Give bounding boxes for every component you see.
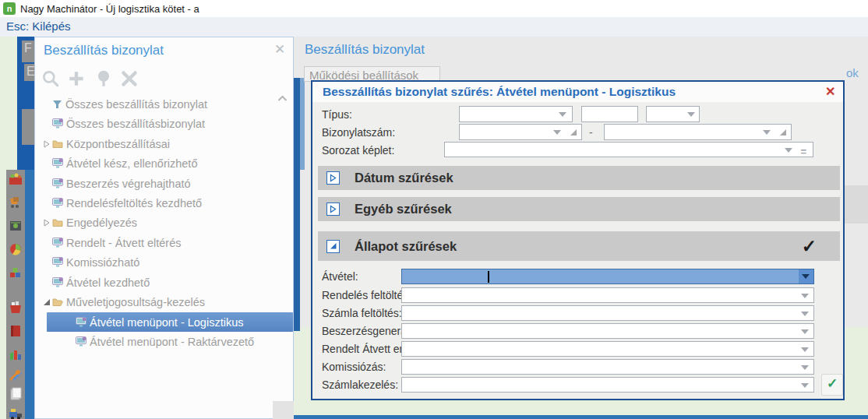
bizonylatszam-to-dropdown[interactable]: - - [604, 124, 792, 140]
section-label: Egyéb szűrések [355, 202, 452, 217]
tree-item-label: Átvétel menüpont - Logisztikus [90, 316, 243, 329]
search-icon[interactable] [41, 69, 61, 89]
section-label: Állapot szűrések [355, 239, 457, 254]
tree-item[interactable]: Átvétel kész, ellenőrizhető [35, 153, 310, 173]
chevron-down-icon [801, 312, 809, 316]
expander-collapsed-icon[interactable] [41, 219, 52, 227]
bar-chart-icon[interactable] [8, 347, 23, 362]
dialog-title: Besszállítás bizonylat szűrés: Átvétel m… [323, 85, 676, 99]
monitor-icon [52, 158, 63, 168]
tree-folder[interactable]: Engedélyezés [35, 213, 299, 232]
tree-item[interactable]: Átvétel menüpont - Raktárvezető [35, 332, 333, 351]
tree-item-label: Összes beszállításbizonylat [66, 118, 205, 130]
resize-corner-icon[interactable] [780, 129, 786, 136]
tree-item-label: Rendelésfeltöltés kezdhető [66, 197, 202, 210]
szamla-feltoltes-label: Számla feltöltés: [322, 307, 402, 319]
tipus-label: Típus: [322, 108, 352, 121]
bizonylatszam-from-dropdown[interactable]: - - [459, 124, 582, 140]
monitor-icon [52, 257, 63, 267]
app-icon: n [3, 2, 16, 15]
chevron-down-icon [801, 365, 809, 370]
tree-folder[interactable]: Központbeszállításai [35, 134, 299, 153]
folder-icon [52, 139, 63, 149]
resize-corner-icon[interactable] [570, 129, 577, 136]
tree-folder-expanded[interactable]: Műveletjogosultság-kezelés [35, 292, 299, 312]
section-expand-icon[interactable] [326, 171, 340, 185]
chevron-down-icon [801, 294, 809, 298]
add-icon[interactable] [66, 69, 86, 89]
panel-close-icon[interactable]: ✕ [274, 41, 285, 58]
expander-collapsed-icon[interactable] [41, 140, 52, 148]
tree-item-label: Átvétel kezdhető [66, 276, 150, 289]
rendelt-atvett-eredmeny-dropdown[interactable] [401, 341, 814, 357]
app-window: n Nagy Machinátor - Új logisztika kötet … [0, 0, 868, 419]
tree-panel-title: Beszállítás bizonylat [44, 43, 164, 58]
rendeles-feltoltes-dropdown[interactable]: Végrehajtva [401, 287, 814, 303]
background-window-title: Beszállítás bizonylat [305, 42, 425, 58]
sorozat-label: Sorozat képlet: [322, 144, 394, 157]
tree-item[interactable]: Összes beszállításbizonylat [35, 114, 310, 133]
tree-item[interactable]: Komissiózható [35, 252, 310, 272]
tree-item-label: Összes beszállítás bizonylat [65, 98, 207, 111]
truck-icon[interactable] [8, 406, 23, 419]
tree-item[interactable]: Rendelésfeltöltés kezdhető [35, 193, 310, 213]
chevron-down-icon [801, 347, 809, 352]
safe-icon[interactable] [8, 218, 23, 234]
tree-item-label: Átvétel kész, ellenőrizhető [66, 157, 197, 170]
dialog-close-icon[interactable]: ✕ [825, 84, 835, 99]
window-title: Nagy Machinátor - Új logisztika kötet - … [20, 3, 199, 15]
tools-icon[interactable] [8, 367, 23, 382]
szamla-feltoltes-dropdown[interactable] [401, 305, 814, 321]
section-allapot-szuresek[interactable]: Állapot szűrések ✓ [318, 231, 840, 261]
tree-item-label: Központbeszállításai [66, 138, 170, 150]
monitor-icon [52, 277, 63, 287]
menu-exit-item[interactable]: Esc: Kilépés [6, 19, 71, 33]
expander-expanded-icon[interactable] [41, 298, 52, 306]
pie-chart-icon[interactable] [8, 241, 23, 257]
tree-item-label: Műveletjogosultság-kezelés [66, 296, 205, 308]
fragment-letter: F [24, 41, 32, 55]
titlebar: n Nagy Machinátor - Új logisztika kötet … [0, 0, 868, 17]
chevron-down-icon [801, 329, 809, 334]
formula-icon[interactable]: = [800, 144, 806, 157]
tab-mukodesi-beallitasok[interactable]: Működési beállítások [304, 66, 440, 82]
tree-view-icon[interactable] [94, 69, 114, 89]
dropdown-button[interactable] [799, 269, 813, 283]
folder-icon [52, 218, 63, 227]
sajat-field[interactable]: Saját [581, 106, 638, 122]
chevron-down-icon [785, 148, 792, 153]
szures-dropdown[interactable]: Szűrés [646, 106, 700, 122]
papers-icon[interactable] [8, 386, 23, 402]
section-collapse-icon[interactable] [326, 240, 340, 253]
section-expand-icon[interactable] [326, 202, 340, 216]
tree-item[interactable]: Rendelt - Átvett eltérés [35, 233, 310, 252]
cubes-icon[interactable] [8, 265, 23, 280]
section-label: Dátum szűrések [355, 171, 453, 185]
tree-item[interactable]: Összes beszállítás bizonylat [35, 94, 310, 114]
szamlakezeles-dropdown[interactable] [401, 377, 814, 393]
tree-item-selected[interactable]: Átvétel menüpont - Logisztikus [35, 312, 333, 332]
monitor-icon [52, 198, 63, 208]
confirm-check-button[interactable]: ✓ [821, 374, 843, 396]
tree-item[interactable]: Beszerzés végrehajtható [35, 174, 310, 193]
chevron-down-icon [559, 112, 566, 117]
cart-icon[interactable] [8, 195, 23, 210]
chevron-down-icon [553, 130, 561, 135]
komissiozas-dropdown[interactable] [401, 359, 814, 375]
tree-item[interactable]: Átvétel kezdhető [35, 273, 310, 292]
tipus-dropdown[interactable]: Választható [459, 106, 573, 122]
book-icon[interactable] [8, 323, 23, 339]
monitor-icon [76, 317, 86, 327]
tree-item-label: Átvétel menüpont - Raktárvezető [90, 336, 254, 348]
crate-icon[interactable] [8, 171, 23, 187]
panel-scroll-corner [273, 401, 294, 419]
sorozat-keplet-field[interactable]: = [444, 142, 813, 157]
section-datum-szuresek[interactable]: Dátum szűrések [318, 166, 840, 190]
section-egyeb-szuresek[interactable]: Egyéb szűrések [318, 197, 840, 221]
bizonylatszam-separator: - [589, 126, 593, 139]
bin-icon[interactable] [8, 300, 23, 315]
chevron-down-icon [801, 383, 809, 388]
clipped-tab-text: ok [846, 66, 859, 79]
atvetel-dropdown[interactable]: Nem kezdhető, Kezdhető, Web felületen át… [401, 269, 814, 284]
beszerzesgeneralas-dropdown[interactable] [401, 323, 814, 339]
